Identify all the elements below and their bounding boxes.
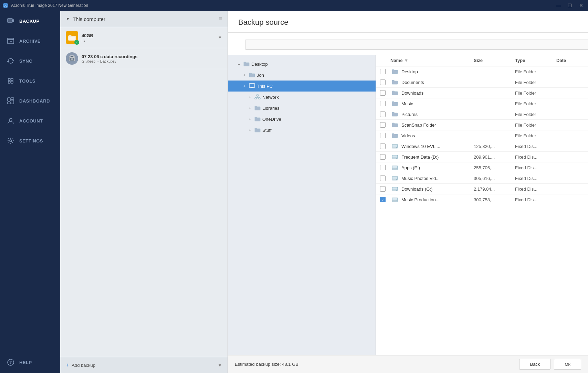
sidebar-item-archive[interactable]: ARCHIVE <box>0 31 60 51</box>
add-backup-button[interactable]: + Add backup ▼ <box>60 357 228 373</box>
row-checkbox[interactable] <box>380 133 390 138</box>
ok-button[interactable]: Ok <box>554 359 581 370</box>
svg-point-45 <box>396 179 397 180</box>
svg-rect-14 <box>11 98 14 99</box>
minimize-button[interactable]: — <box>554 2 563 9</box>
sidebar-item-dashboard[interactable]: DASHBOARD <box>0 91 60 111</box>
sidebar: BACKUP ARCHIVE SYNC <box>0 11 60 373</box>
checkbox-icon[interactable] <box>380 101 386 106</box>
table-row[interactable]: Downloads File Folder <box>376 88 588 98</box>
sidebar-item-tools[interactable]: TOOLS <box>0 71 60 91</box>
checkbox-icon[interactable] <box>380 186 386 192</box>
row-checkbox[interactable] <box>380 122 390 128</box>
backup-item-40gb-expand-icon[interactable]: ▼ <box>218 35 222 40</box>
tree-label-thispc: This PC <box>257 84 273 89</box>
tree-expand-onedrive-icon[interactable]: + <box>247 116 253 122</box>
file-type-icon <box>390 154 399 160</box>
checkbox-icon[interactable] <box>380 69 386 74</box>
window-controls: — ☐ ✕ <box>554 2 585 9</box>
table-row[interactable]: Downloads (G:) 2,179,84... Fixed Dis... <box>376 184 588 194</box>
svg-rect-3 <box>8 19 12 22</box>
back-button[interactable]: Back <box>519 359 550 370</box>
tree-item-jon[interactable]: + Jon <box>228 70 376 81</box>
sidebar-item-sync[interactable]: SYNC <box>0 51 60 71</box>
app-icon: A <box>3 3 8 8</box>
row-checkbox[interactable] <box>380 175 390 181</box>
svg-text:?: ? <box>9 360 12 365</box>
tree-item-network[interactable]: + Network <box>228 92 376 103</box>
bottom-bar: Estimated backup size: 48.1 GB Back Ok <box>228 355 588 373</box>
checkbox-icon[interactable] <box>380 175 386 181</box>
tree-item-onedrive[interactable]: + OneDrive <box>228 114 376 125</box>
table-row[interactable]: Documents File Folder <box>376 77 588 88</box>
row-checkbox[interactable] <box>380 111 390 117</box>
sidebar-label-settings: SETTINGS <box>19 138 43 143</box>
checkbox-icon[interactable] <box>380 90 386 96</box>
row-checkbox[interactable] <box>380 79 390 85</box>
checkbox-icon[interactable] <box>380 165 386 170</box>
tree-item-stuff[interactable]: + Stuff <box>228 125 376 136</box>
table-row[interactable]: Frequent Data (D:) 209,901,... Fixed Dis… <box>376 152 588 162</box>
tree-expand-stuff-icon[interactable]: + <box>247 127 253 133</box>
file-name: Music Photos Vid... <box>401 176 474 181</box>
backup-source-title: Backup source <box>238 18 288 26</box>
table-row[interactable]: ScanSnap Folder File Folder <box>376 120 588 130</box>
tree-expand-thispc-icon[interactable]: + <box>242 83 247 89</box>
row-checkbox[interactable] <box>380 90 390 96</box>
sidebar-item-help[interactable]: ? HELP <box>0 352 60 373</box>
row-checkbox[interactable] <box>380 186 390 192</box>
row-checkbox[interactable] <box>380 101 390 106</box>
col-header-name[interactable]: Name ▼ <box>390 58 474 63</box>
backup-item-recordings[interactable]: 07 23 06 c data recordings G:\Keep -- Ba… <box>60 48 228 69</box>
file-name: Downloads <box>401 90 474 96</box>
file-type-icon <box>390 197 399 202</box>
checkbox-icon[interactable] <box>380 111 386 117</box>
maximize-button[interactable]: ☐ <box>566 2 574 9</box>
main-container: BACKUP ARCHIVE SYNC <box>0 11 588 373</box>
table-row[interactable]: Apps (E:) 255,706,... Fixed Dis... <box>376 162 588 173</box>
row-checkbox[interactable] <box>380 154 390 160</box>
table-row[interactable]: Desktop File Folder <box>376 66 588 77</box>
file-list-header: Name ▼ Size Type Date <box>376 55 588 66</box>
table-row[interactable]: Pictures File Folder <box>376 109 588 120</box>
table-row[interactable]: Music Photos Vid... 305,616,... Fixed Di… <box>376 173 588 184</box>
file-type: Fixed Dis... <box>515 186 556 192</box>
checkbox-icon[interactable] <box>380 154 386 160</box>
checkbox-icon[interactable] <box>380 79 386 85</box>
row-checkbox[interactable] <box>380 143 390 149</box>
file-type: File Folder <box>515 133 556 138</box>
svg-rect-12 <box>11 81 13 83</box>
table-row[interactable]: Windows 10 EVL ... 125,320,... Fixed Dis… <box>376 141 588 152</box>
col-header-size[interactable]: Size <box>474 58 515 63</box>
file-type-icon <box>390 165 399 170</box>
row-checkbox[interactable] <box>380 165 390 170</box>
checkbox-icon[interactable] <box>380 143 386 149</box>
col-header-type[interactable]: Type <box>515 58 556 63</box>
sidebar-item-account[interactable]: ACCOUNT <box>0 111 60 131</box>
col-header-date[interactable]: Date <box>556 58 584 63</box>
checkbox-icon[interactable] <box>380 122 386 128</box>
backup-item-40gb[interactable]: ✓ 40GB I:\ ▼ <box>60 27 228 48</box>
left-panel-menu-icon[interactable]: ≡ <box>219 16 222 22</box>
checkbox-icon[interactable] <box>380 133 386 138</box>
row-checkbox[interactable]: ✓ <box>380 197 390 202</box>
tree-expand-network-icon[interactable]: + <box>247 94 253 100</box>
tree-item-thispc[interactable]: + This PC <box>228 81 376 92</box>
search-input[interactable] <box>245 40 588 50</box>
row-checkbox[interactable] <box>380 69 390 74</box>
sidebar-item-backup[interactable]: BACKUP <box>0 11 60 31</box>
close-button[interactable]: ✕ <box>577 2 585 9</box>
tree-expand-desktop-icon[interactable]: – <box>236 61 242 67</box>
file-name: Music Production... <box>401 197 474 202</box>
table-row[interactable]: Music File Folder <box>376 98 588 109</box>
sidebar-item-settings[interactable]: SETTINGS <box>0 131 60 151</box>
checkbox-icon[interactable]: ✓ <box>380 197 386 202</box>
tree-expand-libraries-icon[interactable]: + <box>247 105 253 111</box>
tree-item-libraries[interactable]: + Libraries <box>228 103 376 114</box>
table-row[interactable]: Videos File Folder <box>376 130 588 141</box>
sidebar-label-sync: SYNC <box>19 58 32 64</box>
file-type-icon <box>390 175 399 181</box>
table-row[interactable]: ✓ Music Production... 300,758,... Fixed … <box>376 194 588 205</box>
tree-expand-jon-icon[interactable]: + <box>242 72 247 78</box>
tree-item-desktop[interactable]: – Desktop <box>228 58 376 70</box>
